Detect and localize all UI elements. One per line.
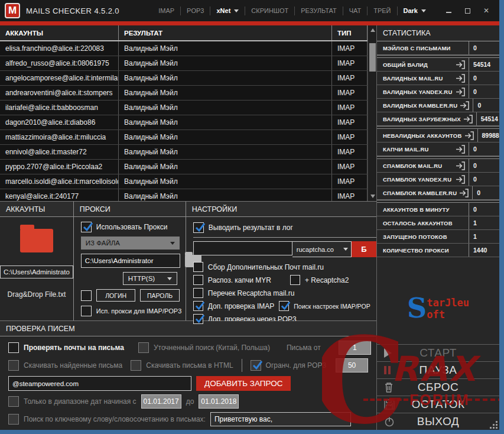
remainder-button[interactable]: ОСТАТОК xyxy=(377,396,499,413)
menu-theme-dropdown[interactable]: Dark xyxy=(398,7,432,14)
cell-account: ilariafei@alice.it:babboosman xyxy=(0,101,119,115)
balance-button[interactable]: Б xyxy=(352,241,376,257)
menu-pop3[interactable]: POP3 xyxy=(181,7,210,14)
power-icon xyxy=(384,416,395,427)
logo-bottom: oft xyxy=(427,309,469,321)
cell-result: Валидный Мэйл xyxy=(119,189,332,202)
proxy-login-button[interactable]: ЛОГИН xyxy=(96,289,136,302)
table-row[interactable]: andrearoventini@alice.it:stompers Валидн… xyxy=(0,86,368,101)
table-row[interactable]: alfredo_russo@alice.it:08061975 Валидный… xyxy=(0,56,368,71)
add-query-button[interactable]: ДОБАВИТЬ ЗАПРОС xyxy=(196,376,291,391)
cell-account: alfredo_russo@alice.it:08061975 xyxy=(0,56,119,70)
refined-search-label: Уточненный поиск (Китай, Польша) xyxy=(154,344,270,352)
reset-button[interactable]: СБРОС xyxy=(377,378,499,396)
exit-button[interactable]: ВЫХОД xyxy=(377,413,499,430)
table-row[interactable]: ennivol@alice.it:master72 Валидный Мэйл … xyxy=(0,145,368,160)
captcha-key-input[interactable] xyxy=(193,241,292,255)
export-button[interactable] xyxy=(456,145,466,154)
scroll-down-button[interactable] xyxy=(368,192,376,201)
check-mails-checkbox[interactable] xyxy=(8,342,19,353)
stat-label: КОЛИЧЕСТВО ПРОКСИ xyxy=(377,247,469,254)
table-row[interactable]: dagon2010@alice.it:diabo86 Валидный Мэйл… xyxy=(0,115,368,130)
table-row[interactable]: angelocamporese@alice.it:intermilan Вали… xyxy=(0,71,368,86)
export-button[interactable] xyxy=(456,161,466,170)
proxy-auth-checkbox[interactable] xyxy=(81,290,92,301)
table-row[interactable]: ilariafei@alice.it:babboosman Валидный М… xyxy=(0,101,368,115)
stat-value: 0 xyxy=(473,99,499,112)
maximize-button[interactable] xyxy=(459,4,476,17)
use-proxy-checkbox[interactable] xyxy=(81,222,92,232)
export-icon xyxy=(456,60,466,69)
export-button[interactable] xyxy=(463,115,473,124)
table-row[interactable]: marcello.isoldi@alice.it:marcelloisold В… xyxy=(0,174,368,189)
recaptcha2-checkbox[interactable] xyxy=(290,275,300,285)
window-controls: ✕ xyxy=(440,4,495,17)
chevron-down-icon xyxy=(421,9,426,12)
table-row[interactable]: mattiazzimoira@alice.it:miluccia Валидны… xyxy=(0,130,368,145)
minimize-button[interactable] xyxy=(440,4,457,17)
pause-button[interactable]: ПАУЗА xyxy=(377,361,499,378)
scroll-up-button[interactable] xyxy=(368,25,376,35)
captcha-service-dropdown[interactable]: rucaptcha.co xyxy=(292,241,352,257)
download-found-label: Скачивать найденные письма xyxy=(24,361,122,370)
proxy-source-dropdown[interactable]: ИЗ ФАЙЛА xyxy=(81,237,180,250)
date-range-label: Только в диапазоне дат начиная с xyxy=(24,397,136,406)
export-button[interactable] xyxy=(460,101,470,110)
proxy-for-imap-checkbox[interactable] xyxy=(81,306,92,316)
collect-extra-checkbox[interactable] xyxy=(193,262,203,272)
proxy-path-input[interactable] xyxy=(81,254,180,268)
table-row[interactable]: pyppo.2707@alice.it:Piccolaa2 Валидный М… xyxy=(0,160,368,174)
table-row[interactable]: elisa.franchino@alice.it:220083 Валидный… xyxy=(0,41,368,56)
log-output-checkbox[interactable] xyxy=(193,222,204,233)
column-header-type[interactable]: ТИП xyxy=(332,25,368,40)
stat-row: ОБЩИЙ ВАЛИД 54514 xyxy=(377,58,499,72)
query-input[interactable] xyxy=(8,376,191,391)
chevron-down-icon xyxy=(234,9,239,12)
menu-xnet-dropdown[interactable]: xNet xyxy=(210,7,245,14)
close-button[interactable]: ✕ xyxy=(478,4,495,17)
cell-account: andrearoventini@alice.it:stompers xyxy=(0,86,119,100)
recaptcha2-label: + Recaptcha2 xyxy=(305,276,349,284)
export-button[interactable] xyxy=(464,131,474,140)
menu-imap[interactable]: IMAP xyxy=(152,7,180,14)
cell-result: Валидный Мэйл xyxy=(119,86,332,100)
export-icon xyxy=(456,74,466,83)
menu-result[interactable]: РЕЗУЛЬТАТ xyxy=(295,7,342,14)
column-header-accounts[interactable]: АККАУНТЫ xyxy=(0,25,119,40)
resize-grip[interactable] xyxy=(489,420,498,429)
export-button[interactable] xyxy=(456,88,466,96)
menu-chat[interactable]: ЧАТ xyxy=(343,7,368,14)
download-html-label: Скачивать письма в HTML xyxy=(146,361,233,370)
accounts-file-path[interactable]: C:\Users\Administrato xyxy=(0,265,73,278)
menu-screenshot[interactable]: СКРИНШОТ xyxy=(245,7,294,14)
table-scrollbar[interactable] xyxy=(368,25,376,201)
stat-label: МЭЙЛОВ С ПИСЬМАМИ xyxy=(377,45,469,51)
pop3-check-checkbox[interactable] xyxy=(193,314,203,324)
imap-search-checkbox[interactable] xyxy=(279,301,289,311)
stat-label: ОСТАЛОСЬ АККАУНТОВ xyxy=(377,220,469,226)
recog-captcha-checkbox[interactable] xyxy=(193,275,203,285)
export-icon xyxy=(463,115,473,124)
stat-label-text: ВАЛИДНЫХ ЗАРУБЕЖНЫХ xyxy=(383,116,461,122)
proxy-protocol-dropdown[interactable]: HTTP(S) xyxy=(123,272,177,285)
cell-type: IMAP xyxy=(332,71,368,85)
accounts-dropzone[interactable]: C:\Users\Administrato Drag&Drop File.txt xyxy=(0,217,73,320)
export-button[interactable] xyxy=(456,175,466,184)
table-row[interactable]: kenyal@alice.it:240177 Валидный Мэйл IMA… xyxy=(0,189,368,202)
app-title: MAILS CHECKER 4.5.2.0 xyxy=(26,7,119,15)
export-button[interactable] xyxy=(459,189,469,197)
scrollbar-thumb[interactable] xyxy=(369,43,376,72)
cell-type: IMAP xyxy=(332,130,368,144)
cell-type: IMAP xyxy=(332,145,368,159)
export-button[interactable] xyxy=(456,60,466,69)
proxy-password-button[interactable]: ПАРОЛЬ xyxy=(140,289,180,302)
start-button[interactable]: СТАРТ xyxy=(377,344,499,361)
column-header-result[interactable]: РЕЗУЛЬТАТ xyxy=(119,25,332,40)
table-header: АККАУНТЫ РЕЗУЛЬТАТ ТИП xyxy=(0,25,368,41)
export-button[interactable] xyxy=(456,74,466,83)
mailcheck-panel: ПРОВЕРКА ПИСЕМ Проверять почты на письма… xyxy=(0,321,376,430)
menu-tray[interactable]: ТРЕЙ xyxy=(368,7,396,14)
imap-check-checkbox[interactable] xyxy=(193,301,203,311)
export-icon xyxy=(456,88,466,96)
recheck-recaptcha-checkbox[interactable] xyxy=(193,288,203,298)
